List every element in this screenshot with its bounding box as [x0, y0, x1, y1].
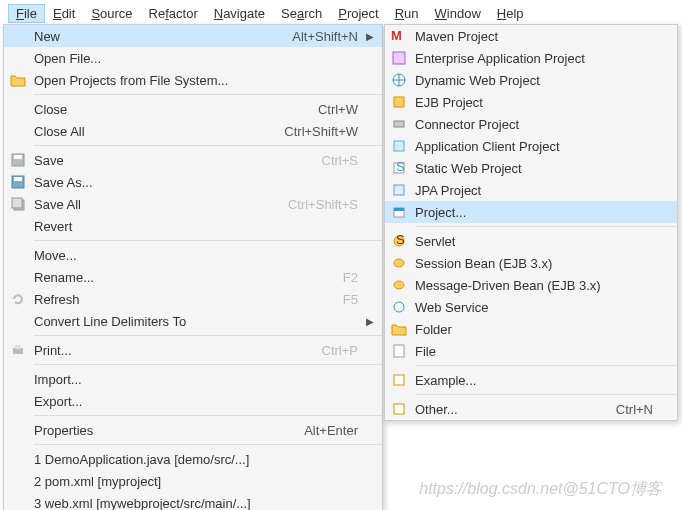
- svg-point-21: [394, 259, 404, 267]
- file-menu-item-0[interactable]: NewAlt+Shift+N▶: [4, 25, 382, 47]
- refresh-icon: [8, 291, 28, 307]
- file-menu-item-5[interactable]: Close AllCtrl+Shift+W: [4, 120, 382, 142]
- menubar-file[interactable]: File: [8, 4, 45, 23]
- new-menu-item-17[interactable]: Example...: [385, 369, 677, 391]
- new-menu-item-2[interactable]: Dynamic Web Project: [385, 69, 677, 91]
- separator: [34, 240, 382, 241]
- separator: [34, 415, 382, 416]
- blank-icon: [8, 247, 28, 263]
- file-menu-item-22[interactable]: PropertiesAlt+Enter: [4, 419, 382, 441]
- svg-rect-26: [394, 404, 404, 414]
- shortcut: Ctrl+P: [322, 343, 358, 358]
- new-menu-item-12[interactable]: Message-Driven Bean (EJB 3.x): [385, 274, 677, 296]
- svg-text:M: M: [391, 29, 402, 43]
- file-menu-item-15[interactable]: Convert Line Delimiters To▶: [4, 310, 382, 332]
- shortcut: Alt+Shift+N: [292, 29, 358, 44]
- svg-text:S: S: [396, 161, 405, 174]
- menu-item-label: EJB Project: [415, 95, 653, 110]
- file-menu-item-7: SaveCtrl+S: [4, 149, 382, 171]
- blank-icon: [8, 28, 28, 44]
- app-icon: [389, 138, 409, 154]
- menu-item-label: Open File...: [34, 51, 358, 66]
- menubar-help[interactable]: Help: [489, 4, 532, 23]
- menu-item-label: Application Client Project: [415, 139, 653, 154]
- new-menu-item-10[interactable]: SServlet: [385, 230, 677, 252]
- menu-item-label: 1 DemoApplication.java [demo/src/...]: [34, 452, 358, 467]
- file-menu-item-1[interactable]: Open File...: [4, 47, 382, 69]
- blank-icon: [8, 101, 28, 117]
- file-menu-item-25[interactable]: 2 pom.xml [myproject]: [4, 470, 382, 492]
- other-icon: [389, 401, 409, 417]
- new-menu-item-8[interactable]: Project...: [385, 201, 677, 223]
- new-menu-item-4[interactable]: Connector Project: [385, 113, 677, 135]
- ws-icon: [389, 299, 409, 315]
- separator: [34, 364, 382, 365]
- svg-rect-25: [394, 375, 404, 385]
- new-menu-item-0[interactable]: MMaven Project: [385, 25, 677, 47]
- folder2-icon: [389, 321, 409, 337]
- menu-item-label: Close All: [34, 124, 264, 139]
- new-menu-item-15[interactable]: File: [385, 340, 677, 362]
- menu-item-label: Servlet: [415, 234, 653, 249]
- file-menu-item-8[interactable]: Save As...: [4, 171, 382, 193]
- menu-item-label: New: [34, 29, 272, 44]
- file-menu-item-20[interactable]: Export...: [4, 390, 382, 412]
- menu-item-label: Session Bean (EJB 3.x): [415, 256, 653, 271]
- separator: [415, 394, 677, 395]
- svg-rect-24: [394, 345, 404, 357]
- blank-icon: [8, 50, 28, 66]
- menu-item-label: Export...: [34, 394, 358, 409]
- file-menu-item-2[interactable]: Open Projects from File System...: [4, 69, 382, 91]
- file-icon: [389, 343, 409, 359]
- save-icon: [8, 152, 28, 168]
- menubar-refactor[interactable]: Refactor: [141, 4, 206, 23]
- menu-item-label: 3 web.xml [mywebproject/src/main/...]: [34, 496, 358, 511]
- menu-item-label: Revert: [34, 219, 358, 234]
- new-menu-item-19[interactable]: Other...Ctrl+N: [385, 398, 677, 420]
- blank-icon: [8, 313, 28, 329]
- menubar-window[interactable]: Window: [427, 4, 489, 23]
- new-menu-item-13[interactable]: Web Service: [385, 296, 677, 318]
- menu-item-label: Example...: [415, 373, 653, 388]
- menu-item-label: Save All: [34, 197, 268, 212]
- menubar-run[interactable]: Run: [387, 4, 427, 23]
- svg-rect-5: [12, 198, 22, 208]
- menubar-project[interactable]: Project: [330, 4, 386, 23]
- shortcut: F5: [343, 292, 358, 307]
- new-menu-item-5[interactable]: Application Client Project: [385, 135, 677, 157]
- menu-item-label: Import...: [34, 372, 358, 387]
- file-menu: NewAlt+Shift+N▶Open File...Open Projects…: [3, 24, 383, 510]
- menu-item-label: Move...: [34, 248, 358, 263]
- menu-item-label: Enterprise Application Project: [415, 51, 653, 66]
- ex-icon: [389, 372, 409, 388]
- svg-text:S: S: [396, 234, 405, 247]
- menubar-navigate[interactable]: Navigate: [206, 4, 273, 23]
- new-menu-item-1[interactable]: Enterprise Application Project: [385, 47, 677, 69]
- separator: [415, 365, 677, 366]
- conn-icon: [389, 116, 409, 132]
- file-menu-item-4[interactable]: CloseCtrl+W: [4, 98, 382, 120]
- mdb-icon: [389, 277, 409, 293]
- file-menu-item-26[interactable]: 3 web.xml [mywebproject/src/main/...]: [4, 492, 382, 510]
- menu-item-label: Project...: [415, 205, 653, 220]
- bean-icon: [389, 255, 409, 271]
- new-menu-item-3[interactable]: EJB Project: [385, 91, 677, 113]
- new-menu-item-7[interactable]: JPA Project: [385, 179, 677, 201]
- maven-icon: M: [389, 28, 409, 44]
- menu-item-label: Message-Driven Bean (EJB 3.x): [415, 278, 653, 293]
- menubar-edit[interactable]: Edit: [45, 4, 83, 23]
- new-menu-item-11[interactable]: Session Bean (EJB 3.x): [385, 252, 677, 274]
- file-menu-item-17: Print...Ctrl+P: [4, 339, 382, 361]
- menubar-source[interactable]: Source: [83, 4, 140, 23]
- new-menu-item-6[interactable]: SStatic Web Project: [385, 157, 677, 179]
- submenu-arrow-icon: ▶: [366, 31, 374, 42]
- separator: [34, 444, 382, 445]
- menubar-search[interactable]: Search: [273, 4, 330, 23]
- file-menu-item-24[interactable]: 1 DemoApplication.java [demo/src/...]: [4, 448, 382, 470]
- svg-point-23: [394, 302, 404, 312]
- print-icon: [8, 342, 28, 358]
- file-menu-item-19[interactable]: Import...: [4, 368, 382, 390]
- new-menu-item-14[interactable]: Folder: [385, 318, 677, 340]
- menu-item-label: 2 pom.xml [myproject]: [34, 474, 358, 489]
- file-menu-item-12: Move...: [4, 244, 382, 266]
